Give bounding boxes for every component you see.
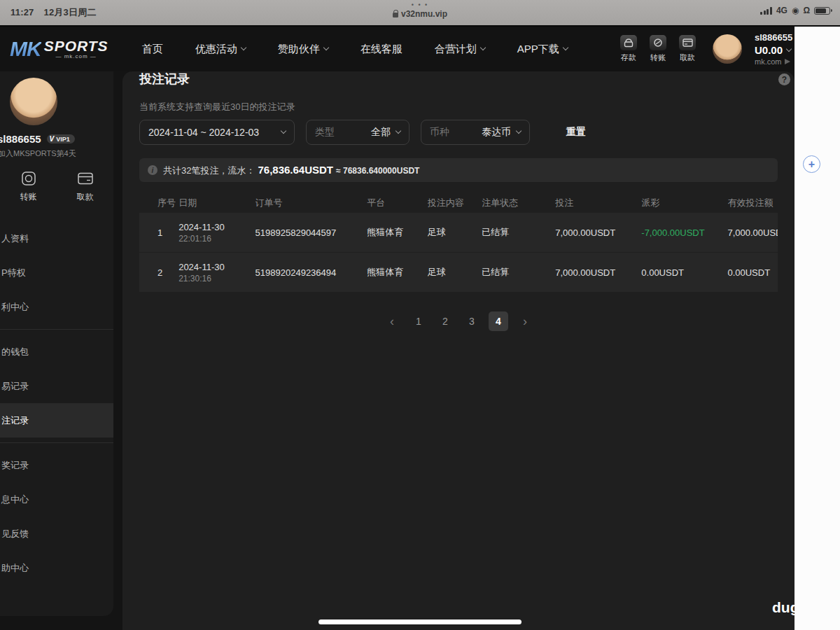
transfer-icon xyxy=(650,35,666,50)
sidebar-item-label: 见反馈 xyxy=(1,528,29,540)
cell-order: 5198920249236494 xyxy=(255,267,368,278)
sidebar-item-label: 助中心 xyxy=(1,562,29,575)
chevron-down-icon xyxy=(240,45,246,50)
screen: 11:2712月3日周二 • • • v32nmu.vip 4G ◉ Ω MK … xyxy=(0,0,840,630)
header-date: 日期 xyxy=(178,197,255,209)
username: sl886655 xyxy=(755,32,792,43)
sidebar-item-label: 的钱包 xyxy=(1,346,29,358)
currency-select[interactable]: 币种 泰达币 xyxy=(421,120,530,145)
type-value: 全部 xyxy=(371,126,391,139)
cell-date: 2024-11-30 22:01:16 xyxy=(178,222,255,244)
prev-page-button[interactable]: ‹ xyxy=(382,312,402,331)
page-button-4-active[interactable]: 4 xyxy=(489,312,508,331)
battery-icon xyxy=(814,7,830,15)
sidebar-item-label: 人资料 xyxy=(1,232,29,245)
cell-status: 已结算 xyxy=(482,266,555,279)
nav-item-support[interactable]: 在线客服 xyxy=(360,43,402,56)
page-button-1[interactable]: 1 xyxy=(409,312,428,331)
cell-bet: 7,000.00USDT xyxy=(555,227,641,238)
pagination: ‹ 1 2 3 4 › xyxy=(139,312,778,331)
sidebar-transfer-button[interactable]: 转账 xyxy=(0,171,57,203)
page-button-3[interactable]: 3 xyxy=(462,312,482,331)
sidebar-item-message-center[interactable]: 息中心 xyxy=(0,482,113,517)
nav-item-affiliate[interactable]: 合营计划 xyxy=(435,43,485,56)
withdraw-label: 取款 xyxy=(680,52,695,63)
page-title: 投注记录 xyxy=(139,71,778,88)
cell-valid-bet: 7,000.00USDT xyxy=(727,227,778,238)
chevron-down-icon xyxy=(562,45,568,50)
bet-records-table: 序号 日期 订单号 平台 投注内容 注单状态 投注 派彩 有效投注额 1 202… xyxy=(139,193,778,293)
sidebar-item-prize-records[interactable]: 奖记录 xyxy=(0,448,113,482)
network-label: 4G xyxy=(776,6,788,15)
page-subtitle: 当前系统支持查询最近30日的投注记录 xyxy=(139,101,778,113)
reset-button[interactable]: 重置 xyxy=(566,126,586,139)
nav-item-label: 合营计划 xyxy=(435,43,477,56)
cell-valid-bet: 0.00USDT xyxy=(727,267,778,278)
sidebar-item-feedback[interactable]: 见反馈 xyxy=(0,517,113,551)
sidebar-item-label: 注记录 xyxy=(1,414,29,427)
profile-vip-level: VIP1 xyxy=(56,136,70,143)
home-indicator[interactable] xyxy=(318,620,522,624)
sidebar-item-benefit-center[interactable]: 利中心 xyxy=(0,290,113,324)
sidebar-item-transactions[interactable]: 易记录 xyxy=(0,369,113,403)
deposit-button[interactable]: 存款 xyxy=(620,35,637,63)
nav-item-promotions[interactable]: 优惠活动 xyxy=(195,43,246,56)
main-panel: 投注记录 ? 当前系统支持查询最近30日的投注记录 2024-11-04 ~ 2… xyxy=(122,71,794,630)
balance-value: U0.00 xyxy=(755,44,783,56)
sidebar-item-label: 易记录 xyxy=(1,380,29,393)
header-order: 订单号 xyxy=(255,197,368,209)
cell-no: 2 xyxy=(139,267,178,278)
nav-item-app-download[interactable]: APP下载 xyxy=(517,43,568,56)
sidebar-item-vip-privilege[interactable]: P特权 xyxy=(0,255,113,290)
deposit-icon xyxy=(620,35,637,50)
cell-content: 足球 xyxy=(428,226,482,239)
cell-date: 2024-11-30 21:30:16 xyxy=(178,262,255,284)
user-site-label: mk.com xyxy=(755,57,782,66)
cell-bet: 7,000.00USDT xyxy=(555,267,641,278)
cell-time-value: 22:01:16 xyxy=(178,234,251,244)
help-icon[interactable]: ? xyxy=(778,74,790,85)
nav-item-label: 首页 xyxy=(142,43,163,56)
sidebar: sl886655 V VIP1 加入MKSPORTS第4天 转账 取款 人资料 … xyxy=(0,71,113,616)
sidebar-item-bet-records[interactable]: 注记录 xyxy=(0,403,113,438)
type-select[interactable]: 类型 全部 xyxy=(306,120,410,145)
cell-status: 已结算 xyxy=(482,226,555,239)
sidebar-item-wallet[interactable]: 的钱包 xyxy=(0,335,113,369)
transfer-icon xyxy=(21,171,36,186)
currency-label: 币种 xyxy=(430,126,449,139)
sidebar-item-profile[interactable]: 人资料 xyxy=(0,221,113,255)
sidebar-withdraw-button[interactable]: 取款 xyxy=(57,171,113,203)
nav-item-home[interactable]: 首页 xyxy=(142,43,163,56)
table-row[interactable]: 1 2024-11-30 22:01:16 5198925829044597 熊… xyxy=(139,213,778,253)
right-white-strip: + xyxy=(794,27,840,630)
plus-icon[interactable]: + xyxy=(803,155,820,173)
transfer-button[interactable]: 转账 xyxy=(650,35,666,63)
tab-overview-dots[interactable]: • • • xyxy=(0,1,840,8)
nav-item-sponsors[interactable]: 赞助伙伴 xyxy=(278,43,328,56)
date-range-picker[interactable]: 2024-11-04 ~ 2024-12-03 xyxy=(139,120,295,145)
withdraw-button[interactable]: 取款 xyxy=(679,35,696,63)
divider xyxy=(0,442,113,443)
header-content: 投注内容 xyxy=(428,197,482,209)
profile-avatar[interactable] xyxy=(10,78,57,125)
filter-bar: 2024-11-04 ~ 2024-12-03 类型 全部 币种 泰达币 重置 xyxy=(139,120,778,145)
divider xyxy=(0,329,113,330)
sidebar-menu: 人资料 P特权 利中心 的钱包 易记录 注记录 奖记录 息中心 见反馈 助中心 xyxy=(0,221,113,585)
page-button-2[interactable]: 2 xyxy=(435,312,455,331)
withdraw-icon xyxy=(77,171,94,186)
joined-days-label: 加入MKSPORTS第4天 xyxy=(0,148,113,159)
cell-no: 1 xyxy=(139,227,178,238)
cell-date-value: 2024-11-30 xyxy=(178,262,251,272)
profile-name: sl886655 xyxy=(0,133,41,145)
address-bar[interactable]: v32nmu.vip xyxy=(393,9,447,19)
user-avatar[interactable] xyxy=(713,34,742,64)
table-row[interactable]: 2 2024-11-30 21:30:16 5198920249236494 熊… xyxy=(139,253,778,293)
vip-v-icon: V xyxy=(50,135,55,143)
orientation-lock-icon: ◉ xyxy=(792,6,799,15)
transfer-label: 转账 xyxy=(650,52,666,63)
site-logo[interactable]: MK SPORTS mk.com xyxy=(10,38,108,59)
sidebar-item-help-center[interactable]: 助中心 xyxy=(0,551,113,585)
next-page-button[interactable]: › xyxy=(515,312,535,331)
header-bet: 投注 xyxy=(555,197,641,209)
logo-sports-text: SPORTS xyxy=(44,38,108,53)
